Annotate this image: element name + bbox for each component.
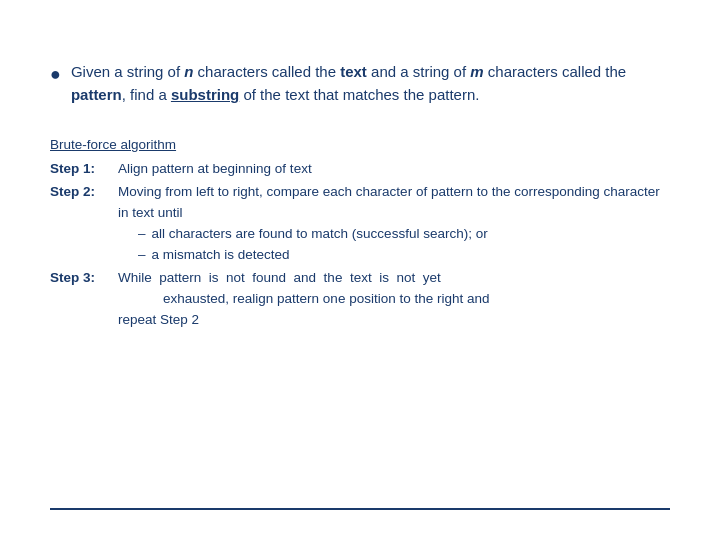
step2-row: Step 2: Moving from left to right, compa… bbox=[50, 182, 670, 266]
dash-icon1: – bbox=[138, 224, 146, 245]
bullet-text: Given a string of n characters called th… bbox=[71, 60, 670, 107]
step2-sub1: – all characters are found to match (suc… bbox=[118, 224, 670, 245]
step2-content: Moving from left to right, compare each … bbox=[118, 182, 670, 266]
algorithm-title: Brute-force algorithm bbox=[50, 135, 670, 156]
bullet-dot: ● bbox=[50, 61, 61, 89]
step1-content: Align pattern at beginning of text bbox=[118, 159, 670, 180]
step2-sub2-text: a mismatch is detected bbox=[152, 245, 290, 266]
step2-sub2: – a mismatch is detected bbox=[118, 245, 670, 266]
step2-sub1-text: all characters are found to match (succe… bbox=[152, 224, 488, 245]
step1-row: Step 1: Align pattern at beginning of te… bbox=[50, 159, 670, 180]
bottom-divider bbox=[50, 508, 670, 510]
slide: ● Given a string of n characters called … bbox=[0, 0, 720, 540]
dash-icon2: – bbox=[138, 245, 146, 266]
bullet-item: ● Given a string of n characters called … bbox=[50, 60, 670, 107]
algorithm-section: Brute-force algorithm Step 1: Align patt… bbox=[50, 135, 670, 491]
step3-row: Step 3: While pattern is not found and t… bbox=[50, 268, 670, 331]
step3-label: Step 3: bbox=[50, 268, 118, 289]
step2-label: Step 2: bbox=[50, 182, 118, 203]
step1-label: Step 1: bbox=[50, 159, 118, 180]
bullet-section: ● Given a string of n characters called … bbox=[50, 60, 670, 107]
step3-content: While pattern is not found and the text … bbox=[118, 268, 670, 331]
